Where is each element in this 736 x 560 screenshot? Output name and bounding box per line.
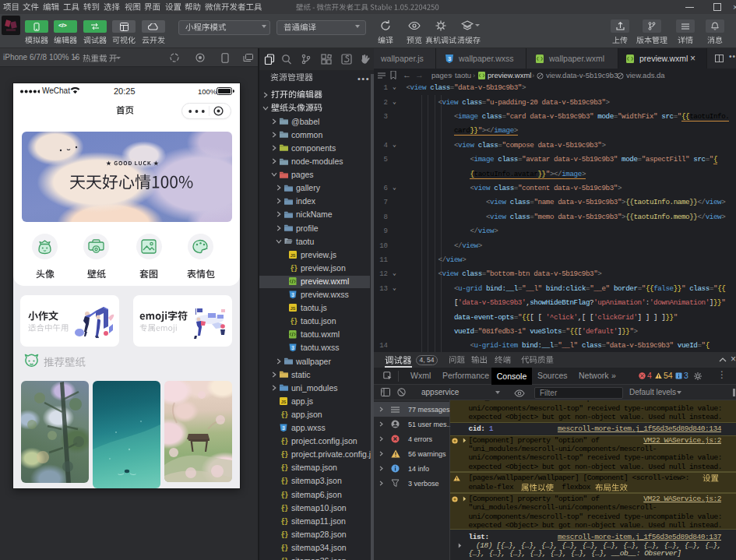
svg-text:}: } [284,517,288,524]
svg-text:}: } [294,318,298,325]
svg-text:}: } [284,464,288,471]
svg-text:}: } [284,477,288,484]
svg-text:3: 3 [291,345,294,350]
svg-text:}: } [284,544,288,551]
svg-text:3: 3 [448,55,451,62]
svg-text:JS: JS [291,252,296,257]
svg-text:JS: JS [281,400,287,404]
svg-text:}: } [284,410,288,417]
svg-text:}: } [284,504,288,511]
svg-text:JS: JS [291,306,296,311]
svg-text:3: 3 [291,292,294,298]
svg-text:}: } [284,558,288,560]
svg-text:}: } [284,438,288,445]
svg-text:3: 3 [282,425,285,431]
svg-text:}: } [284,491,288,498]
svg-text:}: } [284,451,288,458]
svg-text:}: } [284,530,288,537]
svg-text:}: } [294,264,298,271]
